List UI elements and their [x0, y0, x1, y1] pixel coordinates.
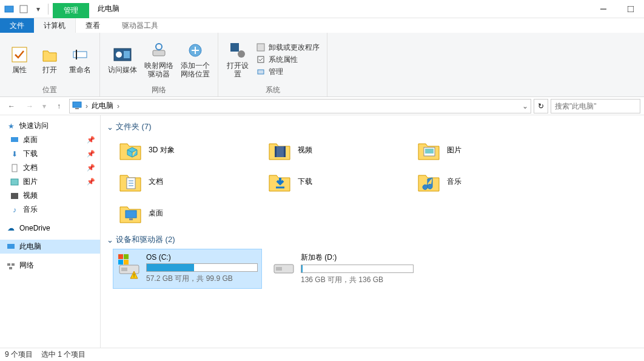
folder-item[interactable]: 图片: [415, 136, 559, 164]
folder-label: 3D 对象: [149, 145, 175, 155]
back-button[interactable]: ←: [4, 98, 19, 114]
access-media-button[interactable]: 访问媒体: [105, 44, 140, 75]
rename-label: 重命名: [69, 66, 91, 74]
manage-icon: [256, 67, 266, 76]
gear-icon: [228, 41, 247, 60]
contextual-tab-manage[interactable]: 管理: [53, 3, 89, 18]
manage-button[interactable]: 管理: [256, 67, 320, 77]
svg-rect-19: [75, 108, 79, 109]
sysprops-icon: [256, 55, 266, 64]
uninstall-button[interactable]: 卸载或更改程序: [256, 42, 320, 53]
drive-progress: [146, 263, 258, 272]
add-location-button[interactable]: 添加一个网络位置: [178, 39, 213, 79]
section-drives-header[interactable]: ⌄设备和驱动器 (2): [107, 232, 638, 249]
system-menu-icon[interactable]: [2, 2, 16, 16]
nav-thispc[interactable]: 此电脑: [0, 240, 100, 254]
svg-rect-1: [20, 5, 27, 13]
props-button[interactable]: 属性: [5, 44, 34, 75]
up-button[interactable]: ↑: [51, 98, 67, 114]
breadcrumb-thispc[interactable]: 此电脑: [92, 101, 113, 111]
nav-pictures[interactable]: 图片📌: [0, 175, 100, 189]
open-button[interactable]: 打开: [35, 44, 64, 75]
qat-item-icon[interactable]: [17, 2, 30, 16]
section-folders-header[interactable]: ⌄文件夹 (7): [107, 119, 638, 136]
folder-label: 下载: [298, 177, 312, 187]
pin-icon: 📌: [87, 164, 95, 172]
status-bar: 9 个项目 选中 1 个项目: [0, 348, 644, 361]
folder-item[interactable]: 音乐: [415, 167, 559, 195]
forward-button[interactable]: →: [22, 98, 38, 114]
svg-rect-0: [5, 6, 13, 12]
svg-rect-30: [284, 146, 286, 157]
svg-rect-38: [129, 218, 133, 220]
drive-item[interactable]: 新加卷 (D:)136 GB 可用，共 136 GB: [268, 249, 417, 289]
chevron-right-icon[interactable]: ›: [117, 102, 119, 110]
maximize-button[interactable]: [617, 0, 644, 18]
folder-icon: [118, 169, 143, 194]
sysprops-button[interactable]: 系统属性: [256, 55, 320, 65]
nav-music[interactable]: ♪音乐: [0, 203, 100, 217]
folder-open-icon: [40, 45, 59, 64]
folder-icon: [118, 138, 143, 162]
address-box[interactable]: › 此电脑 › ⌄: [69, 99, 531, 113]
address-dropdown-icon[interactable]: ⌄: [522, 102, 528, 110]
ribbon: 属性 打开 重命名 位置 访问媒体 映射网络驱动器: [0, 33, 644, 97]
svg-rect-4: [12, 47, 27, 62]
pin-icon: 📌: [87, 150, 95, 158]
qat-chevron-icon[interactable]: ▾: [32, 2, 45, 16]
nav-desktop[interactable]: 桌面📌: [0, 133, 100, 147]
nav-videos[interactable]: 视频: [0, 189, 100, 203]
drive-sub: 136 GB 可用，共 136 GB: [301, 275, 414, 285]
nav-documents[interactable]: 文档📌: [0, 161, 100, 175]
desktop-icon: [10, 135, 19, 145]
tab-computer[interactable]: 计算机: [34, 18, 76, 33]
svg-rect-32: [425, 149, 434, 154]
svg-rect-13: [230, 43, 239, 52]
tab-file[interactable]: 文件: [0, 18, 34, 33]
navigation-pane: ★快速访问 桌面📌 ⬇下载📌 文档📌 图片📌 视频 ♪音乐 ☁OneDrive …: [0, 115, 101, 348]
open-label: 打开: [42, 66, 57, 74]
window-title: 此电脑: [89, 4, 128, 14]
tab-view[interactable]: 查看: [76, 18, 110, 33]
history-dropdown[interactable]: ▾: [40, 98, 49, 114]
folder-item[interactable]: 文档: [116, 167, 261, 195]
folder-item[interactable]: 视频: [266, 136, 410, 164]
map-drive-icon: [149, 41, 169, 60]
group-title: 网络: [152, 85, 166, 96]
drive-icon: [272, 252, 296, 279]
svg-rect-37: [126, 211, 136, 218]
svg-rect-3: [628, 6, 634, 12]
group-title: 系统: [266, 85, 280, 96]
svg-point-11: [156, 44, 162, 50]
svg-point-14: [238, 50, 245, 58]
svg-text:!: !: [133, 272, 135, 278]
chevron-right-icon[interactable]: ›: [86, 102, 88, 110]
svg-rect-16: [258, 56, 264, 62]
quick-access-toolbar: ▾: [0, 2, 53, 16]
svg-rect-41: [118, 254, 123, 259]
svg-rect-22: [11, 179, 18, 185]
drive-item[interactable]: !OS (C:)57.2 GB 可用，共 99.9 GB: [113, 249, 262, 289]
refresh-button[interactable]: ↻: [534, 99, 548, 113]
folder-item[interactable]: 桌面: [116, 199, 261, 227]
nav-downloads[interactable]: ⬇下载📌: [0, 147, 100, 161]
folder-item[interactable]: 下载: [266, 167, 410, 195]
tab-drive-tools[interactable]: 驱动器工具: [112, 18, 168, 33]
minimize-button[interactable]: [589, 0, 617, 18]
search-input[interactable]: [551, 99, 640, 113]
open-settings-button[interactable]: 打开设置: [223, 39, 252, 79]
folder-icon: [267, 138, 292, 162]
svg-rect-20: [11, 137, 18, 142]
drive-label: OS (C:): [146, 253, 258, 261]
nav-network[interactable]: 网络: [0, 258, 100, 272]
map-drive-button[interactable]: 映射网络驱动器: [141, 39, 176, 79]
nav-quick-access[interactable]: ★快速访问: [0, 119, 100, 133]
folder-icon: [267, 169, 292, 194]
folder-label: 桌面: [149, 208, 163, 218]
rename-button[interactable]: 重命名: [65, 44, 95, 75]
svg-rect-40: [121, 268, 127, 271]
nav-onedrive[interactable]: ☁OneDrive: [0, 221, 100, 235]
pin-icon: 📌: [87, 178, 95, 186]
folder-item[interactable]: 3D 对象: [116, 136, 261, 164]
svg-rect-26: [12, 263, 15, 266]
